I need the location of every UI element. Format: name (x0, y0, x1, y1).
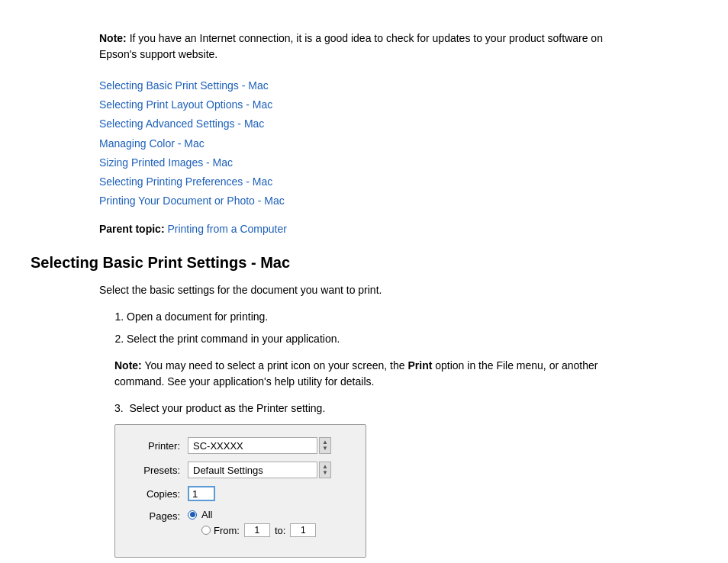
link-basic[interactable]: Selecting Basic Print Settings - Mac (99, 76, 682, 95)
copies-label: Copies: (130, 488, 180, 500)
all-radio-row: All (188, 509, 316, 520)
copies-row: Copies: 1 (130, 486, 350, 501)
printer-row: Printer: SC-XXXXX ▲ ▼ (130, 437, 350, 454)
inline-note: Note: You may need to select a print ico… (114, 358, 618, 390)
step3-before: Select your product as the (129, 402, 256, 414)
printer-dialog: Printer: SC-XXXXX ▲ ▼ Presets: Default S… (114, 424, 366, 558)
note-label: Note: (99, 32, 127, 44)
presets-arrows[interactable]: ▲ ▼ (319, 462, 331, 478)
note-block: Note: If you have an Internet connection… (99, 31, 618, 63)
inline-note-label: Note: (114, 359, 142, 372)
printer-select[interactable]: SC-XXXXX (188, 437, 317, 454)
link-printing[interactable]: Printing Your Document or Photo - Mac (99, 191, 682, 211)
printer-arrow-down: ▼ (322, 446, 328, 452)
section-heading: Selecting Basic Print Settings - Mac (31, 254, 682, 272)
link-layout[interactable]: Selecting Print Layout Options - Mac (99, 95, 682, 114)
from-radio[interactable] (201, 526, 211, 535)
inline-note-bold: Print (407, 359, 432, 372)
all-radio[interactable] (188, 510, 197, 520)
presets-row: Presets: Default Settings ▲ ▼ (130, 462, 350, 478)
parent-topic-label: Parent topic: (99, 223, 165, 235)
link-advanced[interactable]: Selecting Advanced Settings - Mac (99, 114, 682, 134)
intro-text: Select the basic settings for the docume… (99, 282, 618, 298)
presets-select-wrapper: Default Settings ▲ ▼ (188, 462, 331, 478)
links-section: Selecting Basic Print Settings - Mac Sel… (99, 76, 682, 211)
pages-group: All From: to: (188, 509, 316, 537)
note-text: If you have an Internet connection, it i… (99, 32, 603, 60)
steps-list: Open a document for printing. Select the… (127, 309, 618, 347)
link-sizing[interactable]: Sizing Printed Images - Mac (99, 153, 682, 172)
all-label: All (201, 509, 212, 520)
step-2: Select the print command in your applica… (127, 331, 618, 347)
to-label: to: (275, 525, 285, 536)
printer-label: Printer: (130, 440, 180, 452)
printer-select-wrapper: SC-XXXXX ▲ ▼ (188, 437, 331, 454)
to-input[interactable] (290, 523, 316, 537)
printer-arrows[interactable]: ▲ ▼ (319, 437, 331, 454)
from-label: From: (214, 525, 240, 536)
from-row: From: to: (201, 523, 316, 537)
from-input[interactable] (244, 523, 270, 537)
presets-label: Presets: (130, 465, 180, 476)
link-preferences[interactable]: Selecting Printing Preferences - Mac (99, 172, 682, 191)
step3-after: setting. (288, 402, 325, 414)
step3-bold: Printer (256, 402, 288, 414)
step-3-text: 3. Select your product as the Printer se… (114, 401, 618, 417)
pages-label: Pages: (130, 509, 180, 522)
presets-select[interactable]: Default Settings (188, 462, 317, 478)
parent-topic-link[interactable]: Printing from a Computer (167, 223, 286, 235)
inline-note-text: You may need to select a print icon on y… (142, 359, 408, 372)
pages-row: Pages: All From: to: (130, 509, 350, 537)
presets-arrow-down: ▼ (322, 470, 328, 476)
page: Note: If you have an Internet connection… (0, 0, 728, 563)
content-area: Select the basic settings for the docume… (99, 282, 618, 563)
step-1: Open a document for printing. (127, 309, 618, 325)
parent-topic: Parent topic: Printing from a Computer (99, 221, 682, 237)
link-color[interactable]: Managing Color - Mac (99, 134, 682, 153)
copies-input[interactable]: 1 (188, 486, 215, 501)
